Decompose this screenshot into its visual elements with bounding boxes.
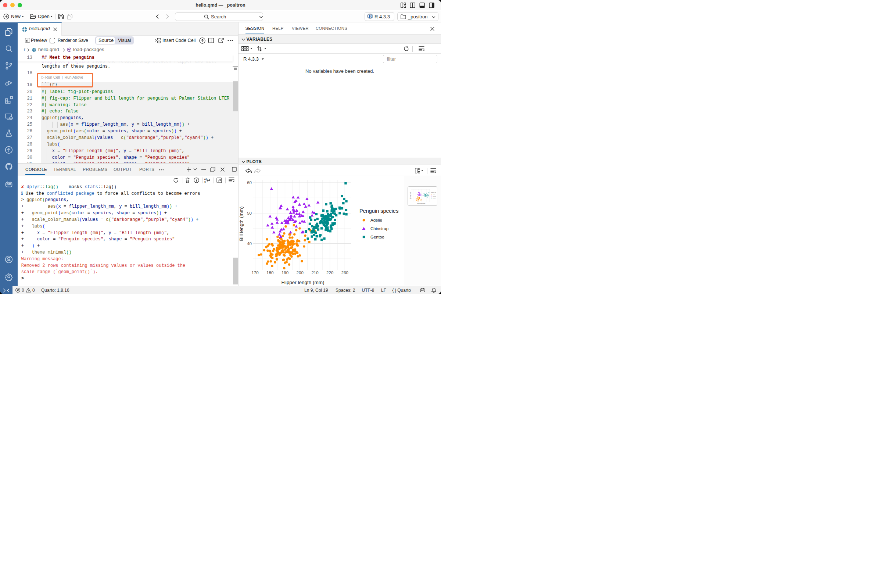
svg-text:50: 50 bbox=[411, 194, 412, 194]
svg-text:Adelie: Adelie bbox=[370, 218, 382, 222]
svg-text:40: 40 bbox=[411, 198, 412, 198]
svg-text:Chinstrap: Chinstrap bbox=[432, 196, 436, 197]
svg-text:170: 170 bbox=[412, 202, 414, 203]
svg-text:220: 220 bbox=[326, 270, 333, 275]
svg-text:60: 60 bbox=[247, 180, 252, 185]
svg-text:200: 200 bbox=[297, 270, 303, 275]
svg-text:Gentoo: Gentoo bbox=[370, 235, 384, 239]
svg-text:170: 170 bbox=[251, 270, 258, 275]
svg-text:c: c bbox=[204, 180, 206, 183]
svg-text:Chinstrap: Chinstrap bbox=[370, 226, 388, 231]
svg-text:50: 50 bbox=[247, 211, 252, 215]
svg-text:Gentoo: Gentoo bbox=[432, 198, 436, 199]
svg-text:210: 210 bbox=[311, 270, 318, 275]
svg-text:Penguin species: Penguin species bbox=[359, 208, 398, 214]
svg-text:Flipper length (mm): Flipper length (mm) bbox=[417, 203, 426, 205]
svg-text:Adelie: Adelie bbox=[432, 194, 435, 195]
svg-text:R: R bbox=[369, 14, 372, 19]
svg-text:Flipper length (mm): Flipper length (mm) bbox=[281, 280, 324, 285]
svg-text:Bill length (mm): Bill length (mm) bbox=[239, 207, 244, 241]
svg-text:40: 40 bbox=[247, 242, 252, 246]
svg-text:60: 60 bbox=[411, 189, 412, 190]
svg-text:230: 230 bbox=[429, 202, 430, 203]
svg-text:ab: ab bbox=[204, 177, 207, 180]
svg-text:230: 230 bbox=[341, 270, 348, 275]
svg-text:180: 180 bbox=[266, 270, 273, 275]
svg-text:190: 190 bbox=[282, 270, 288, 275]
svg-text:Penguin species: Penguin species bbox=[431, 192, 436, 193]
